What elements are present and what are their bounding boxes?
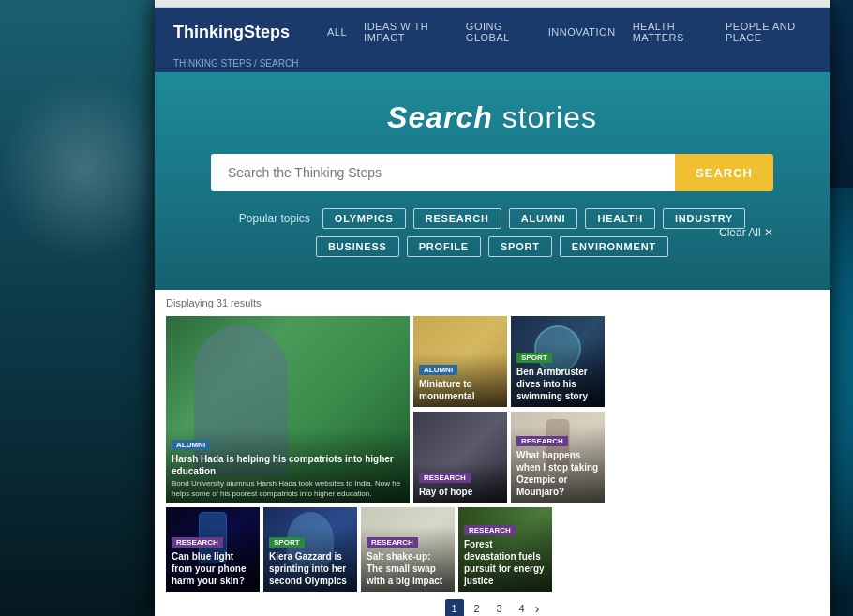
hero-search-section: Search stories SEARCH Popular topics OLY…	[155, 72, 830, 290]
browser-bar	[155, 0, 830, 8]
card-title: Can blue light from your phone harm your…	[172, 550, 254, 587]
pagination: 1 2 3 4 ›	[166, 592, 818, 616]
popular-topics-row: Popular topics OLYMPICS RESEARCH ALUMNI …	[211, 208, 773, 257]
popular-topics-label: Popular topics	[239, 212, 310, 225]
card-miniature[interactable]: ALUMNI Miniature to monumental	[413, 316, 507, 407]
topic-research[interactable]: RESEARCH	[413, 208, 501, 229]
card-title: Harsh Hada is helping his compatriots in…	[172, 453, 404, 477]
nav-all[interactable]: ALL	[327, 26, 347, 38]
topic-environment[interactable]: ENVIRONMENT	[560, 236, 668, 257]
results-grid-row2: RESEARCH Can blue light from your phone …	[166, 507, 818, 592]
card-overlay: ALUMNI Miniature to monumental	[413, 353, 507, 407]
card-blue-light[interactable]: RESEARCH Can blue light from your phone …	[166, 507, 260, 592]
site-logo[interactable]: ThinkingSteps	[173, 23, 290, 42]
card-tag: SPORT	[516, 353, 552, 363]
card-salt[interactable]: RESEARCH Salt shake-up: The small swap w…	[361, 507, 455, 592]
card-title: Salt shake-up: The small swap with a big…	[367, 550, 449, 587]
nav-health[interactable]: HEALTH MATTERS	[633, 21, 709, 43]
wave-decoration	[0, 75, 169, 263]
results-grid-row1: ALUMNI Harsh Hada is helping his compatr…	[166, 316, 818, 503]
card-overlay: ALUMNI Harsh Hada is helping his compatr…	[166, 428, 410, 503]
card-tag: RESEARCH	[464, 525, 516, 535]
card-forest[interactable]: RESEARCH Forest devastation fuels pursui…	[458, 507, 552, 592]
card-title: Forest devastation fuels pursuit for ene…	[464, 538, 546, 587]
card-overlay: RESEARCH What happens when I stop taking…	[511, 425, 605, 503]
card-ozempic[interactable]: RESEARCH What happens when I stop taking…	[511, 412, 605, 503]
nav-people[interactable]: PEOPLE AND PLACE	[726, 21, 811, 43]
nav-global[interactable]: GOING GLOBAL	[466, 21, 531, 43]
page-2[interactable]: 2	[468, 599, 486, 616]
card-title: Miniature to monumental	[419, 378, 501, 402]
card-tag: RESEARCH	[516, 436, 568, 446]
card-title: What happens when I stop taking Ozempic …	[516, 449, 599, 498]
card-overlay: RESEARCH Ray of hope	[413, 461, 507, 503]
card-title: Ray of hope	[419, 486, 501, 498]
card-tag: ALUMNI	[419, 365, 457, 375]
hero-title-light: stories	[493, 100, 597, 134]
hero-title-bold: Search	[387, 100, 493, 134]
clear-all-button[interactable]: Clear All ✕	[719, 226, 773, 239]
card-overlay: SPORT Kiera Gazzard is sprinting into he…	[263, 526, 357, 592]
card-kiera-gazzard[interactable]: SPORT Kiera Gazzard is sprinting into he…	[263, 507, 357, 592]
card-harsh-hada[interactable]: ALUMNI Harsh Hada is helping his compatr…	[166, 316, 410, 503]
card-tag: RESEARCH	[172, 537, 223, 548]
search-bar-row: SEARCH	[211, 154, 773, 191]
card-tag: RESEARCH	[367, 537, 418, 548]
card-ben-armbruster[interactable]: SPORT Ben Armbruster dives into his swim…	[511, 316, 605, 407]
nav-links: ALL IDEAS WITH IMPACT GOING GLOBAL INNOV…	[327, 21, 811, 43]
topic-olympics[interactable]: OLYMPICS	[322, 208, 406, 229]
card-overlay: RESEARCH Salt shake-up: The small swap w…	[361, 526, 455, 592]
card-ray-of-hope[interactable]: RESEARCH Ray of hope	[413, 412, 507, 503]
logo-bold: Thinking	[173, 23, 244, 41]
card-title: Kiera Gazzard is sprinting into her seco…	[269, 550, 352, 587]
card-tag: SPORT	[269, 537, 305, 548]
card-overlay: SPORT Ben Armbruster dives into his swim…	[511, 341, 605, 407]
navigation: ThinkingSteps ALL IDEAS WITH IMPACT GOIN…	[155, 8, 830, 56]
card-title: Ben Armbruster dives into his swimming s…	[516, 366, 599, 402]
topic-profile[interactable]: PROFILE	[407, 236, 481, 257]
card-tag: ALUMNI	[172, 440, 210, 450]
browser-window: ThinkingSteps ALL IDEAS WITH IMPACT GOIN…	[155, 0, 830, 616]
topic-alumni[interactable]: ALUMNI	[509, 208, 578, 229]
card-desc: Bond University alumnus Harsh Hada took …	[172, 479, 404, 499]
topic-health[interactable]: HEALTH	[585, 208, 655, 229]
page-1[interactable]: 1	[445, 599, 464, 616]
hero-title: Search stories	[211, 100, 773, 135]
search-button[interactable]: SEARCH	[675, 154, 773, 191]
page-3[interactable]: 3	[490, 599, 509, 616]
results-section: Displaying 31 results ALUMNI Harsh Hada …	[155, 290, 830, 616]
card-tag: RESEARCH	[419, 473, 471, 483]
page-4[interactable]: 4	[513, 599, 531, 616]
logo-light: Steps	[244, 23, 290, 41]
results-count: Displaying 31 results	[166, 297, 818, 308]
nav-innovation[interactable]: INNOVATION	[548, 26, 616, 38]
breadcrumb: THINKING STEPS / SEARCH	[155, 56, 830, 72]
topic-business[interactable]: BUSINESS	[316, 236, 399, 257]
card-overlay: RESEARCH Forest devastation fuels pursui…	[458, 514, 552, 592]
search-input[interactable]	[211, 154, 675, 191]
nav-ideas[interactable]: IDEAS WITH IMPACT	[364, 21, 449, 43]
page-next-arrow[interactable]: ›	[535, 602, 540, 615]
card-overlay: RESEARCH Can blue light from your phone …	[166, 526, 260, 592]
topic-sport[interactable]: SPORT	[488, 236, 552, 257]
